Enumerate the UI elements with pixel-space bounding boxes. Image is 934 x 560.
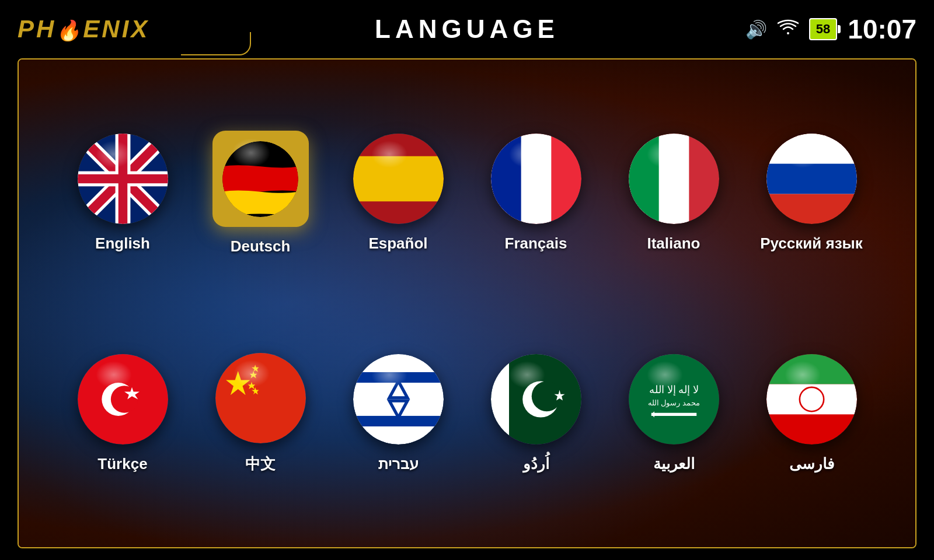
logo-text: PH🔥ENIX xyxy=(18,15,149,43)
flag-zh xyxy=(215,353,306,443)
svg-text:محمد رسول الله: محمد رسول الله xyxy=(648,398,699,408)
flag-circle-tr xyxy=(78,354,168,444)
flag-circle-ru xyxy=(766,134,857,224)
page-title: LANGUAGE xyxy=(375,15,559,44)
svg-rect-60 xyxy=(766,384,857,415)
lang-label-zh: 中文 xyxy=(245,454,276,474)
flag-es xyxy=(353,134,444,224)
flag-it xyxy=(629,134,719,224)
lang-label-fr: Français xyxy=(505,235,567,253)
volume-icon: 🔊 xyxy=(745,19,767,40)
lang-label-ru: Русский язык xyxy=(760,235,863,253)
lang-label-ur: اُردُو xyxy=(523,455,549,473)
flag-circle-he xyxy=(353,354,444,444)
lang-item-he[interactable]: עברית xyxy=(329,303,467,524)
flag-circle-en xyxy=(78,134,168,224)
svg-rect-25 xyxy=(766,134,857,164)
flag-tr xyxy=(78,354,168,444)
lang-label-es: Español xyxy=(368,235,427,253)
flag-circle-fr xyxy=(491,134,581,224)
language-grid: English Deutsch xyxy=(19,60,915,547)
lang-item-ur[interactable]: اُردُو xyxy=(467,303,605,524)
logo: PH🔥ENIX xyxy=(18,15,149,43)
lang-item-de[interactable]: Deutsch xyxy=(191,83,329,303)
lang-item-zh[interactable]: 中文 xyxy=(191,303,329,524)
svg-rect-17 xyxy=(491,134,521,224)
lang-item-en[interactable]: English xyxy=(54,83,191,303)
flag-he xyxy=(353,354,444,444)
flag-circle-fa xyxy=(766,354,857,444)
svg-rect-13 xyxy=(353,156,444,202)
flag-circle-es xyxy=(353,134,444,224)
lang-item-it[interactable]: Italiano xyxy=(605,83,743,303)
lang-label-ar: العربية xyxy=(653,455,695,473)
wifi-icon xyxy=(778,19,799,40)
flag-circle-it xyxy=(629,134,719,224)
main-area: English Deutsch xyxy=(18,58,916,548)
flag-circle-de xyxy=(222,141,298,217)
flag-ar: لا إله إلا الله محمد رسول الله xyxy=(629,354,719,444)
flag-circle-ar: لا إله إلا الله محمد رسول الله xyxy=(629,354,719,444)
battery-indicator: 58 xyxy=(809,18,837,40)
battery-level: 58 xyxy=(809,18,837,40)
flag-circle-ur xyxy=(491,354,581,444)
lang-label-he: עברית xyxy=(378,455,419,473)
lang-label-de: Deutsch xyxy=(231,237,291,256)
svg-text:لا إله إلا الله: لا إله إلا الله xyxy=(649,384,699,396)
lang-item-tr[interactable]: Türkçe xyxy=(54,303,191,524)
flag-ru xyxy=(766,134,857,224)
lang-label-en: English xyxy=(95,235,150,253)
flag-fr xyxy=(491,134,581,224)
flag-circle-zh xyxy=(215,353,306,443)
status-bar: 🔊 58 10:07 xyxy=(745,13,916,45)
flag-de xyxy=(212,131,309,227)
svg-point-49 xyxy=(531,382,562,412)
flag-ur xyxy=(491,354,581,444)
lang-item-fa[interactable]: فارسی xyxy=(743,303,880,524)
lang-item-es[interactable]: Español xyxy=(329,83,467,303)
svg-rect-26 xyxy=(766,164,857,194)
clock: 10:07 xyxy=(848,13,916,45)
flag-fa xyxy=(766,354,857,444)
svg-rect-59 xyxy=(766,354,857,384)
lang-item-ru[interactable]: Русский язык xyxy=(743,83,880,303)
lang-item-fr[interactable]: Français xyxy=(467,83,605,303)
lang-label-it: Italiano xyxy=(647,235,700,253)
svg-point-30 xyxy=(110,386,138,413)
svg-rect-21 xyxy=(629,134,659,224)
lang-label-fa: فارسی xyxy=(789,455,834,473)
logo-bracket xyxy=(181,32,251,55)
flag-en xyxy=(78,134,168,224)
lang-item-ar[interactable]: لا إله إلا الله محمد رسول الله العربية xyxy=(605,303,743,524)
lang-label-tr: Türkçe xyxy=(97,455,147,473)
header: PH🔥ENIX LANGUAGE 🔊 58 10:07 xyxy=(0,0,934,58)
svg-rect-8 xyxy=(78,174,168,184)
svg-rect-47 xyxy=(491,354,509,444)
main-background: English Deutsch xyxy=(19,60,915,547)
